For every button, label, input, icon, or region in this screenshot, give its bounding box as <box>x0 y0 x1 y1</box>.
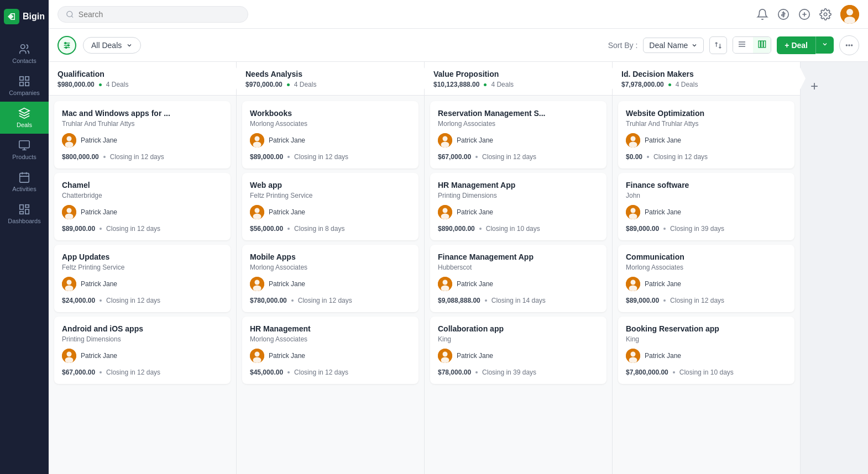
add-deal-button[interactable]: + Deal <box>777 36 815 54</box>
sidebar-item-products[interactable]: Products <box>0 134 49 166</box>
owner-name: Patrick Jane <box>457 136 493 144</box>
settings-icon[interactable] <box>819 8 832 20</box>
closing-text: Closing in 14 days <box>491 297 546 304</box>
deal-footer: $9,088,888.00 Closing in 14 days <box>438 297 599 304</box>
svg-point-60 <box>441 142 449 148</box>
topbar-actions <box>756 5 859 24</box>
owner-avatar <box>438 349 452 363</box>
svg-point-71 <box>631 136 636 141</box>
notifications-icon[interactable] <box>756 8 768 20</box>
owner-avatar <box>62 277 76 291</box>
footer-dot <box>647 156 649 158</box>
deal-card[interactable]: Mobile Apps Morlong Associates Patrick J… <box>242 245 419 312</box>
app-logo[interactable]: Bigin <box>0 7 49 27</box>
sidebar-item-activities[interactable]: Activities <box>0 166 49 198</box>
svg-point-22 <box>65 42 66 44</box>
col-amount-id-decision-makers: $7,978,000.00 <box>621 81 664 88</box>
deal-amount: $24,000.00 <box>62 297 95 304</box>
owner-avatar <box>438 133 452 148</box>
add-icon[interactable] <box>798 8 811 20</box>
deal-card[interactable]: Collaboration app King Patrick Jane $78,… <box>430 317 606 384</box>
sidebar-item-deals[interactable]: Deals <box>0 102 49 134</box>
svg-rect-30 <box>764 41 766 48</box>
svg-point-24 <box>65 46 67 48</box>
sidebar-label-dashboards: Dashboards <box>8 218 40 224</box>
deal-card[interactable]: Finance software John Patrick Jane $89,0… <box>618 173 794 240</box>
footer-dot <box>291 299 294 302</box>
search-input[interactable] <box>79 10 240 19</box>
list-view-button[interactable] <box>733 37 751 53</box>
deal-card[interactable]: Android and iOS apps Printing Dimensions… <box>54 317 231 384</box>
dollar-icon[interactable] <box>777 8 789 20</box>
svg-point-75 <box>629 214 637 220</box>
sort-toggle-button[interactable] <box>709 36 727 54</box>
sidebar-item-companies[interactable]: Companies <box>0 70 49 102</box>
owner-avatar <box>250 133 264 148</box>
owner-name: Patrick Jane <box>81 280 117 288</box>
toolbar: All Deals Sort By : Deal Name <box>49 29 868 62</box>
svg-point-39 <box>65 214 74 220</box>
deal-name: HR Management App <box>438 181 599 189</box>
deal-name: Finance Management App <box>438 252 599 261</box>
svg-point-35 <box>67 136 72 141</box>
deal-card[interactable]: Finance Management App Hubberscot Patric… <box>430 245 606 312</box>
deal-name: Collaboration app <box>438 324 599 333</box>
svg-point-44 <box>67 352 72 357</box>
deal-card[interactable]: HR Management Morlong Associates Patrick… <box>242 317 419 384</box>
add-column-button[interactable]: + <box>801 62 828 474</box>
filter-button[interactable] <box>57 36 76 55</box>
deal-card[interactable]: Mac and Windows apps for ... Truhlar And… <box>54 101 231 168</box>
owner-avatar <box>250 349 264 363</box>
sidebar-label-products: Products <box>12 154 36 160</box>
svg-point-48 <box>253 142 262 148</box>
column-id-decision-makers: Id. Decision Makers $7,978,000.00 4 Deal… <box>613 62 801 474</box>
svg-point-80 <box>631 352 636 357</box>
deal-card[interactable]: Workbooks Morlong Associates Patrick Jan… <box>242 101 419 168</box>
closing-text: Closing in 12 days <box>106 225 160 233</box>
owner-avatar <box>438 277 452 291</box>
deal-card[interactable]: Communication Morlong Associates Patrick… <box>618 245 794 312</box>
deal-card[interactable]: HR Management App Printing Dimensions Pa… <box>430 173 606 240</box>
footer-dot <box>100 228 102 230</box>
closing-text: Closing in 10 days <box>679 368 734 376</box>
kanban-view-button[interactable] <box>753 37 771 53</box>
deal-footer: $56,000.00 Closing in 8 days <box>250 225 411 233</box>
svg-point-59 <box>443 136 448 141</box>
sort-dropdown[interactable]: Deal Name <box>643 38 704 53</box>
search-box[interactable] <box>57 6 248 23</box>
footer-dot <box>673 371 675 373</box>
svg-rect-3 <box>25 77 29 80</box>
app-name: Bigin <box>23 12 45 22</box>
column-cards-value-proposition: Reservation Management S... Morlong Asso… <box>425 96 612 474</box>
user-avatar[interactable] <box>840 5 859 24</box>
deal-card[interactable]: App Updates Feltz Printing Service Patri… <box>54 245 231 312</box>
add-deal-dropdown-button[interactable] <box>815 36 834 54</box>
more-options-button[interactable] <box>839 35 859 55</box>
column-header-value-proposition: Value Proposition $10,123,888.00 4 Deals <box>425 62 612 96</box>
deal-footer: $780,000.00 Closing in 12 days <box>250 297 411 304</box>
closing-text: Closing in 12 days <box>298 297 352 304</box>
footer-dot <box>287 156 290 158</box>
all-deals-button[interactable]: All Deals <box>83 37 141 54</box>
sidebar-item-contacts[interactable]: Contacts <box>0 38 49 70</box>
add-deal-label: + Deal <box>785 41 808 50</box>
deal-amount: $78,000.00 <box>438 368 471 376</box>
deal-name: Web app <box>250 181 411 189</box>
deal-card[interactable]: Web app Feltz Printing Service Patrick J… <box>242 173 419 240</box>
deal-owner: Patrick Jane <box>250 277 411 291</box>
deal-amount: $45,000.00 <box>250 368 283 376</box>
sidebar-label-contacts: Contacts <box>12 57 36 64</box>
deal-owner: Patrick Jane <box>626 133 787 148</box>
kanban-board: Qualification $980,000.00 4 Deals Mac an… <box>49 62 868 474</box>
deal-company: Feltz Printing Service <box>62 264 223 271</box>
deal-company: Morlong Associates <box>250 335 411 343</box>
col-title-value-proposition: Value Proposition <box>433 70 603 78</box>
footer-dot <box>485 299 487 302</box>
deal-card[interactable]: Website Optimization Truhlar And Truhlar… <box>618 101 794 168</box>
deal-owner: Patrick Jane <box>438 349 599 363</box>
deal-card[interactable]: Reservation Management S... Morlong Asso… <box>430 101 606 168</box>
svg-point-47 <box>255 136 260 141</box>
deal-card[interactable]: Booking Reservation app King Patrick Jan… <box>618 317 794 384</box>
deal-card[interactable]: Chamel Chatterbridge Patrick Jane $89,00… <box>54 173 231 240</box>
sidebar-item-dashboards[interactable]: Dashboards <box>0 198 49 230</box>
